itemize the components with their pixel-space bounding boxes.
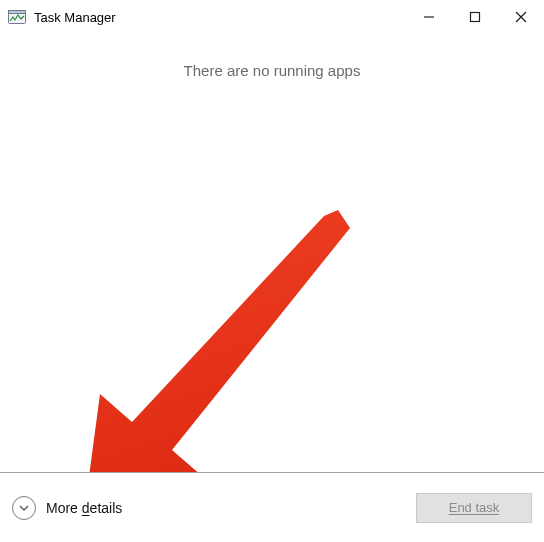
more-details-label-suffix: etails [90,500,123,516]
footer: More details End task [0,472,544,542]
end-task-button[interactable]: End task [416,493,532,523]
more-details-label-accel: d [82,500,90,516]
more-details-label-prefix: More [46,500,82,516]
more-details-label: More details [46,500,122,516]
minimize-button[interactable] [406,0,452,34]
task-manager-icon [8,8,26,26]
more-details-button[interactable]: More details [12,496,122,520]
close-button[interactable] [498,0,544,34]
empty-state-message: There are no running apps [0,34,544,79]
window-title: Task Manager [34,10,116,25]
end-task-label-accel: n [457,500,464,515]
maximize-button[interactable] [452,0,498,34]
svg-rect-1 [9,11,26,14]
svg-rect-3 [471,13,480,22]
end-task-label-suffix: d task [465,500,500,515]
titlebar: Task Manager [0,0,544,34]
chevron-down-icon [12,496,36,520]
content-area: There are no running apps [0,34,544,472]
